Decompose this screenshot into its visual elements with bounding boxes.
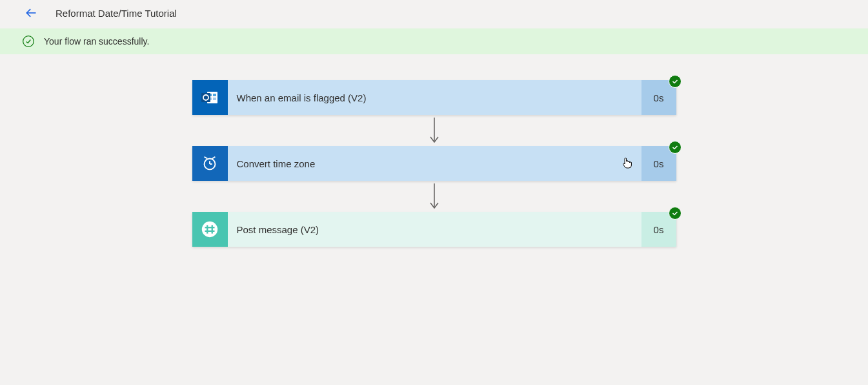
clock-icon <box>192 146 228 181</box>
header-bar: Reformat Date/Time Tutorial <box>0 0 868 28</box>
svg-line-14 <box>212 157 216 159</box>
flow-canvas: When an email is flagged (V2) 0s Convert… <box>0 54 868 247</box>
success-check-icon <box>22 35 35 48</box>
step-title: When an email is flagged (V2) <box>228 80 641 115</box>
flow-step-action[interactable]: Convert time zone 0s <box>192 146 676 181</box>
svg-point-16 <box>202 222 217 237</box>
svg-rect-6 <box>213 98 216 100</box>
outlook-icon <box>192 80 228 115</box>
flow-step-action[interactable]: Post message (V2) 0s <box>192 212 676 247</box>
status-success-icon <box>669 207 681 220</box>
svg-rect-4 <box>213 94 216 96</box>
status-success-icon <box>669 75 681 88</box>
step-title: Convert time zone <box>228 146 641 181</box>
flow-step-trigger[interactable]: When an email is flagged (V2) 0s <box>192 80 676 115</box>
svg-line-13 <box>205 157 208 159</box>
step-title: Post message (V2) <box>228 212 641 247</box>
page-title: Reformat Date/Time Tutorial <box>56 8 177 19</box>
svg-point-1 <box>23 36 34 47</box>
hash-icon <box>192 212 228 247</box>
status-success-icon <box>669 141 681 154</box>
banner-message: Your flow ran successfully. <box>44 36 149 47</box>
back-arrow-icon[interactable] <box>25 6 37 19</box>
arrow-down-icon <box>428 115 441 146</box>
success-banner: Your flow ran successfully. <box>0 28 868 54</box>
arrow-down-icon <box>428 181 441 212</box>
